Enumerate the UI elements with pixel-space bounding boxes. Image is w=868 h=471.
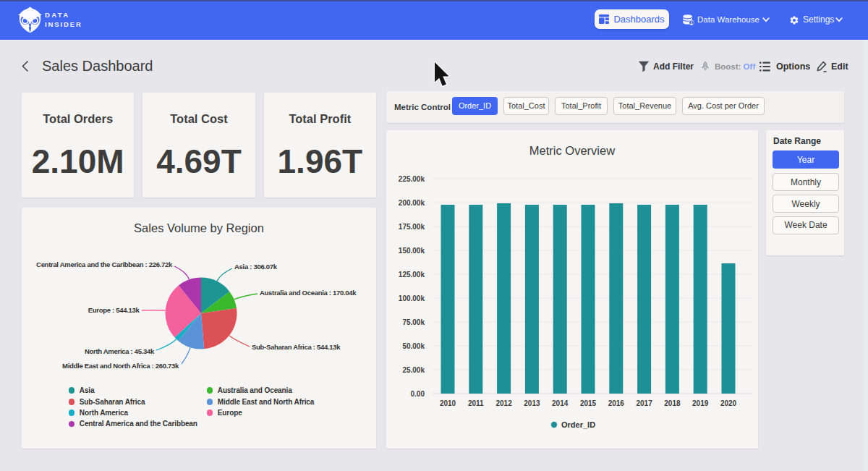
svg-text:2013: 2013: [524, 399, 540, 407]
svg-text:225.00k: 225.00k: [399, 175, 425, 183]
svg-text:2010: 2010: [440, 399, 456, 407]
svg-text:200.00k: 200.00k: [399, 199, 425, 207]
svg-text:150.00k: 150.00k: [399, 247, 425, 255]
svg-text:25.00k: 25.00k: [402, 366, 425, 374]
svg-text:2016: 2016: [608, 399, 625, 407]
svg-text:175.00k: 175.00k: [399, 223, 425, 231]
svg-text:50.00k: 50.00k: [402, 342, 425, 350]
svg-text:2018: 2018: [664, 399, 681, 407]
svg-text:2020: 2020: [720, 399, 737, 407]
svg-text:2014: 2014: [552, 399, 569, 407]
svg-text:2019: 2019: [692, 399, 709, 407]
svg-text:2017: 2017: [636, 399, 652, 407]
svg-text:2011: 2011: [468, 399, 484, 407]
svg-text:125.00k: 125.00k: [399, 271, 425, 279]
svg-text:2015: 2015: [580, 399, 597, 407]
svg-text:Order_ID: Order_ID: [561, 420, 595, 429]
svg-text:0.00: 0.00: [411, 390, 425, 398]
svg-text:100.00k: 100.00k: [399, 294, 425, 302]
svg-text:2012: 2012: [495, 399, 512, 407]
svg-text:75.00k: 75.00k: [402, 318, 425, 326]
